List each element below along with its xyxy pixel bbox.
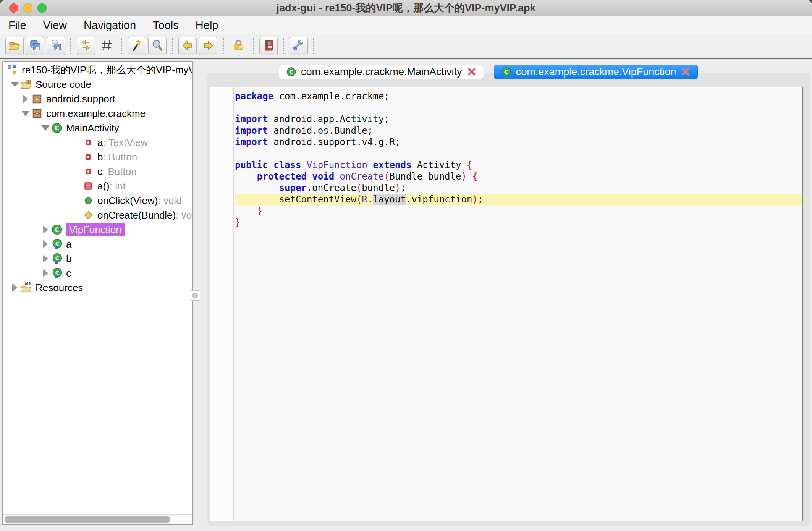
field-icon [82,151,94,163]
class-icon: C [501,67,511,77]
window-title: jadx-gui - re150-我的VIP呢，那么大个的VIP-myVIP.a… [0,0,812,16]
tab-strip: Ccom.example.crackme.MainActivityCcom.ex… [279,65,698,79]
arrow-left-icon [181,39,194,53]
open-file-button[interactable] [5,37,24,55]
menu-tools[interactable]: Tools [153,19,179,32]
package-icon [31,108,43,119]
tree-item-label: android.support [46,93,115,105]
chevron-down-icon[interactable] [40,125,51,131]
tree-item-com-example-crackme[interactable]: com.example.crackme [3,106,192,121]
splitter-handle[interactable] [190,290,200,301]
tree-item-a[interactable]: Ca [3,237,192,251]
code-line: protected void onCreate(Bundle bundle) { [235,171,802,182]
save-all-button[interactable] [26,37,44,55]
close-icon[interactable] [467,67,477,77]
menu-navigation[interactable]: Navigation [84,19,136,32]
chevron-right-icon[interactable] [9,283,21,292]
code-line: import android.support.v4.g.R; [235,136,802,148]
save-all-icon [29,39,41,53]
tree-item-label: onCreate(Bundle) [97,209,176,221]
tree-item-c[interactable]: c : Button [3,164,192,179]
tree-item-label: a [66,238,71,250]
tree-item-resources[interactable]: 010Resources [3,280,192,295]
tab-label: com.example.crackme.VipFunction [516,66,676,78]
tab-mainactivity[interactable]: Ccom.example.crackme.MainActivity [279,65,484,79]
tree-item-b[interactable]: b : Button [3,150,192,164]
class-icon: C [51,224,63,235]
toolbar [0,34,812,59]
back-button[interactable] [178,37,197,55]
toolbar-separator [253,38,254,54]
sync-decompilation-button[interactable] [77,37,95,55]
chevron-right-icon[interactable] [40,254,51,263]
toolbar-group [290,37,308,55]
tree-item-a[interactable]: a : TextView [3,135,192,150]
preferences-button[interactable] [290,37,308,55]
deobfuscation-button[interactable] [97,37,116,55]
title-bar: jadx-gui - re150-我的VIP呢，那么大个的VIP-myVIP.a… [0,0,812,16]
toolbar-separator [172,38,173,54]
tree-item-re150-vip-vip-myvip-apk[interactable]: re150-我的VIP呢，那么大个的VIP-myVIP.apk [3,63,192,77]
method-public-icon [82,195,94,206]
tree-scrollbar-thumb[interactable] [5,516,170,523]
tree-item-label: a [97,137,103,149]
log-viewer-button[interactable] [259,37,278,55]
log-icon [262,39,275,53]
tree-item-c[interactable]: Cc [3,266,192,280]
code-area: package com.example.crackme;import andro… [235,91,802,228]
chevron-down-icon[interactable] [20,111,31,116]
field-icon [82,166,94,177]
jadx-gui-window: jadx-gui - re150-我的VIP呢，那么大个的VIP-myVIP.a… [0,0,812,531]
tree-item-label: b [97,151,103,163]
tree-item-b[interactable]: Cb [3,251,192,266]
export-icon [50,39,62,53]
menu-view[interactable]: View [43,19,67,32]
forward-button[interactable] [199,37,217,55]
svg-text:C: C [504,69,508,75]
tree-item-onclick-view-[interactable]: onClick(View) : void [3,193,192,208]
source-folder-icon [21,79,32,90]
chevron-right-icon[interactable] [40,225,51,234]
code-line: import android.app.Activity; [235,113,802,125]
code-line: } [235,205,802,217]
splitter-dot-icon [192,293,198,298]
tree-item-source-code[interactable]: Source code [3,77,192,92]
tab-vipfunction[interactable]: Ccom.example.crackme.VipFunction [494,65,698,79]
tree-item-mainactivity[interactable]: CMainActivity [3,121,192,135]
tree-item-label: onClick(View) [97,195,158,207]
inner-class-icon: C [51,253,63,264]
code-editor[interactable]: package com.example.crackme;import andro… [210,87,803,521]
toolbar-group [77,37,116,55]
chevron-down-icon[interactable] [9,82,21,87]
menu-bar: FileViewNavigationToolsHelp [0,16,812,34]
tree-item-type: : int [110,180,126,192]
chevron-right-icon[interactable] [20,95,31,103]
tree-item-android-support[interactable]: android.support [3,92,192,106]
editor-gutter [210,87,234,521]
chevron-right-icon[interactable] [40,240,51,248]
magic-wand-icon [131,39,143,53]
close-icon[interactable] [681,67,691,77]
resources-folder-icon: 010 [21,282,32,293]
tree-horizontal-scrollbar[interactable] [3,514,192,524]
svg-text:C: C [55,125,59,132]
toolbar-separator [283,38,284,54]
menu-file[interactable]: File [8,19,26,32]
svg-text:C: C [55,270,59,276]
code-line: public class VipFunction extends Activit… [235,159,802,171]
toolbar-group [229,37,247,55]
menu-help[interactable]: Help [196,19,218,32]
export-button[interactable] [47,37,65,55]
tree-item-label: Resources [36,282,83,294]
chevron-right-icon[interactable] [40,269,51,277]
tree-item-label: a() [97,180,110,192]
search-button[interactable] [148,37,167,55]
toolbar-group [259,37,278,55]
project-icon [7,64,18,76]
tree-item-a-[interactable]: a() : int [3,179,192,193]
tree-item-oncreate-bundle-[interactable]: onCreate(Bundle) : void [3,208,192,222]
quick-commands-button[interactable] [128,37,146,55]
edit-mode-button[interactable] [229,37,247,55]
tree-item-label: c [66,267,71,279]
tree-item-vipfunction[interactable]: CVipFunction [3,222,192,237]
